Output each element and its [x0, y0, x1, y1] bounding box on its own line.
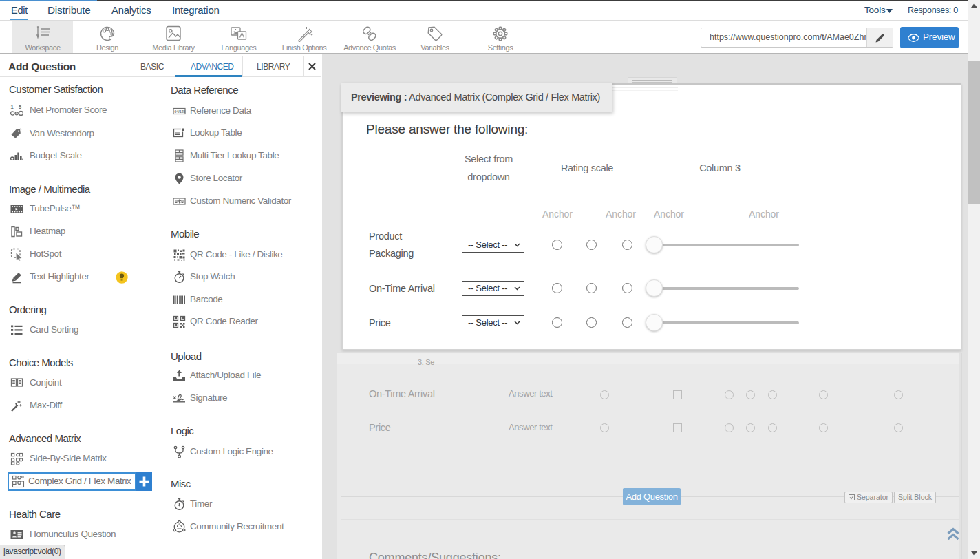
svg-text:1: 1 — [11, 104, 14, 110]
svg-text:94/123: 94/123 — [175, 109, 186, 114]
svg-text:5: 5 — [19, 104, 21, 110]
